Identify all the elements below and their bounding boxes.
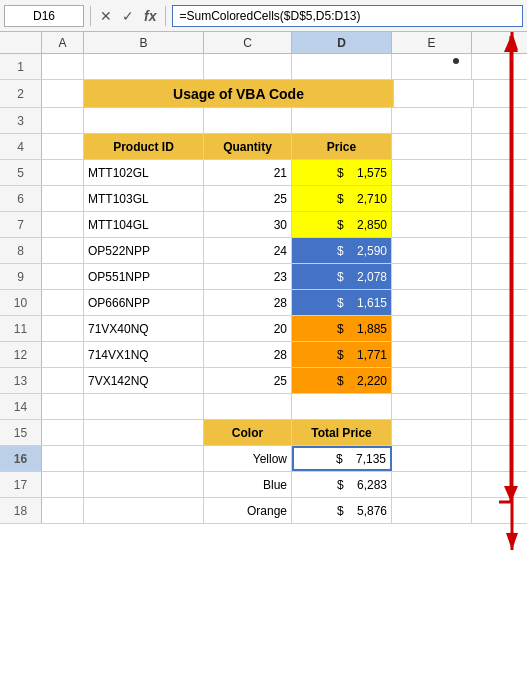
- cell-b6[interactable]: MTT103GL: [84, 186, 204, 211]
- cell-e7[interactable]: [392, 212, 472, 237]
- cell-e5[interactable]: [392, 160, 472, 185]
- cell-c15[interactable]: Color: [204, 420, 292, 445]
- cell-b18[interactable]: [84, 498, 204, 523]
- cell-c8[interactable]: 24: [204, 238, 292, 263]
- cell-a8[interactable]: [42, 238, 84, 263]
- cell-b10[interactable]: OP666NPP: [84, 290, 204, 315]
- cell-e8[interactable]: [392, 238, 472, 263]
- cell-d17[interactable]: $ 6,283: [292, 472, 392, 497]
- confirm-icon[interactable]: ✓: [119, 8, 137, 24]
- cell-a7[interactable]: [42, 212, 84, 237]
- cell-a11[interactable]: [42, 316, 84, 341]
- cell-d13[interactable]: $ 2,220: [292, 368, 392, 393]
- cell-e11[interactable]: [392, 316, 472, 341]
- cell-e4[interactable]: [392, 134, 472, 159]
- cell-a6[interactable]: [42, 186, 84, 211]
- cell-c5[interactable]: 21: [204, 160, 292, 185]
- col-header-e[interactable]: E: [392, 32, 472, 53]
- cell-d5[interactable]: $ 1,575: [292, 160, 392, 185]
- cell-c9[interactable]: 23: [204, 264, 292, 289]
- col-header-a[interactable]: A: [42, 32, 84, 53]
- cell-c10[interactable]: 28: [204, 290, 292, 315]
- cell-b16[interactable]: [84, 446, 204, 471]
- cell-b1[interactable]: [84, 54, 204, 79]
- cell-b12[interactable]: 714VX1NQ: [84, 342, 204, 367]
- cell-d9[interactable]: $ 2,078: [292, 264, 392, 289]
- cell-e17[interactable]: [392, 472, 472, 497]
- cell-d6[interactable]: $ 2,710: [292, 186, 392, 211]
- cell-e12[interactable]: [392, 342, 472, 367]
- cell-c12[interactable]: 28: [204, 342, 292, 367]
- cell-e15[interactable]: [392, 420, 472, 445]
- cell-d3[interactable]: [292, 108, 392, 133]
- cell-c6[interactable]: 25: [204, 186, 292, 211]
- cell-a9[interactable]: [42, 264, 84, 289]
- cell-b15[interactable]: [84, 420, 204, 445]
- name-box[interactable]: D16: [4, 5, 84, 27]
- cell-a18[interactable]: [42, 498, 84, 523]
- cell-c4[interactable]: Quantity: [204, 134, 292, 159]
- cell-d16[interactable]: $ 7,135: [292, 446, 392, 471]
- cell-b3[interactable]: [84, 108, 204, 133]
- cell-d1[interactable]: [292, 54, 392, 79]
- cell-d14[interactable]: [292, 394, 392, 419]
- cell-a4[interactable]: [42, 134, 84, 159]
- cell-c7[interactable]: 30: [204, 212, 292, 237]
- cell-e3[interactable]: [392, 108, 472, 133]
- cell-b4[interactable]: Product ID: [84, 134, 204, 159]
- cell-b13[interactable]: 7VX142NQ: [84, 368, 204, 393]
- cell-c3[interactable]: [204, 108, 292, 133]
- formula-icons: ✕ ✓ fx: [97, 8, 159, 24]
- cell-b14[interactable]: [84, 394, 204, 419]
- cell-e16[interactable]: [392, 446, 472, 471]
- cell-b7[interactable]: MTT104GL: [84, 212, 204, 237]
- cell-e6[interactable]: [392, 186, 472, 211]
- col-header-b[interactable]: B: [84, 32, 204, 53]
- cell-c11[interactable]: 20: [204, 316, 292, 341]
- cell-b8[interactable]: OP522NPP: [84, 238, 204, 263]
- title-cell[interactable]: Usage of VBA Code: [84, 80, 394, 107]
- cell-c1[interactable]: [204, 54, 292, 79]
- cell-a1[interactable]: [42, 54, 84, 79]
- cell-e14[interactable]: [392, 394, 472, 419]
- cell-c18[interactable]: Orange: [204, 498, 292, 523]
- cell-e2[interactable]: [394, 80, 474, 107]
- cell-c14[interactable]: [204, 394, 292, 419]
- cell-a16[interactable]: [42, 446, 84, 471]
- cell-d8[interactable]: $ 2,590: [292, 238, 392, 263]
- cell-a5[interactable]: [42, 160, 84, 185]
- cell-c13[interactable]: 25: [204, 368, 292, 393]
- cell-a13[interactable]: [42, 368, 84, 393]
- cell-d18[interactable]: $ 5,876: [292, 498, 392, 523]
- cell-d7[interactable]: $ 2,850: [292, 212, 392, 237]
- cell-c17[interactable]: Blue: [204, 472, 292, 497]
- cell-d10[interactable]: $ 1,615: [292, 290, 392, 315]
- cell-e10[interactable]: [392, 290, 472, 315]
- cell-e18[interactable]: [392, 498, 472, 523]
- cell-b11[interactable]: 71VX40NQ: [84, 316, 204, 341]
- cell-a2[interactable]: [42, 80, 84, 107]
- cell-e9[interactable]: [392, 264, 472, 289]
- formula-input[interactable]: [172, 5, 523, 27]
- cell-a10[interactable]: [42, 290, 84, 315]
- cell-a3[interactable]: [42, 108, 84, 133]
- cell-c16[interactable]: Yellow: [204, 446, 292, 471]
- cell-d12[interactable]: $ 1,771: [292, 342, 392, 367]
- cell-b5[interactable]: MTT102GL: [84, 160, 204, 185]
- cell-d4[interactable]: Price: [292, 134, 392, 159]
- col-header-c[interactable]: C: [204, 32, 292, 53]
- fx-icon[interactable]: fx: [141, 8, 159, 24]
- cell-a12[interactable]: [42, 342, 84, 367]
- col-header-d[interactable]: D: [292, 32, 392, 53]
- cancel-icon[interactable]: ✕: [97, 8, 115, 24]
- cell-d11[interactable]: $ 1,885: [292, 316, 392, 341]
- cell-b17[interactable]: [84, 472, 204, 497]
- cell-d15[interactable]: Total Price: [292, 420, 392, 445]
- cell-a17[interactable]: [42, 472, 84, 497]
- cell-e1[interactable]: [392, 54, 472, 79]
- cell-e13[interactable]: [392, 368, 472, 393]
- cell-a15[interactable]: [42, 420, 84, 445]
- table-row: 16 Yellow $ 7,135: [0, 446, 527, 472]
- cell-a14[interactable]: [42, 394, 84, 419]
- cell-b9[interactable]: OP551NPP: [84, 264, 204, 289]
